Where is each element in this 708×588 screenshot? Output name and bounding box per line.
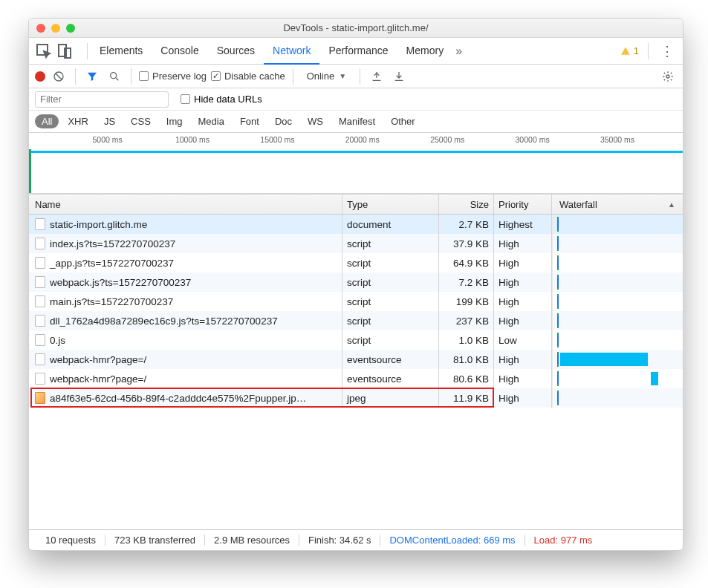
- request-priority: High: [494, 272, 552, 292]
- status-domcontentloaded: DOMContentLoaded: 669 ms: [380, 535, 524, 546]
- divider: [87, 43, 88, 59]
- clear-button[interactable]: [50, 68, 68, 85]
- request-priority: Highest: [494, 215, 552, 234]
- type-js[interactable]: JS: [97, 114, 122, 128]
- type-manifest[interactable]: Manifest: [332, 114, 382, 128]
- filter-toggle-icon[interactable]: [83, 68, 101, 85]
- request-name: index.js?ts=1572270700237: [50, 238, 175, 249]
- table-row[interactable]: static-import.glitch.medocument2.7 KBHig…: [29, 215, 683, 234]
- waterfall-cell: [552, 388, 683, 408]
- file-icon: [35, 218, 45, 230]
- table-row[interactable]: _app.js?ts=1572270700237script64.9 KBHig…: [29, 253, 683, 272]
- timeline-bar: [30, 151, 683, 153]
- throttling-dropdown[interactable]: Online ▼: [301, 71, 352, 82]
- waterfall-cell: [552, 215, 683, 234]
- type-xhr[interactable]: XHR: [61, 114, 94, 128]
- type-font[interactable]: Font: [233, 114, 266, 128]
- waterfall-cell: [552, 330, 683, 350]
- type-img[interactable]: Img: [160, 114, 189, 128]
- file-icon: [35, 315, 45, 327]
- more-tabs-button[interactable]: »: [452, 45, 465, 58]
- table-row[interactable]: webpack-hmr?page=/eventsource80.6 KBHigh: [29, 369, 683, 388]
- table-row[interactable]: 0.jsscript1.0 KBLow: [29, 330, 683, 350]
- devtools-window: DevTools - static-import.glitch.me/ Elem…: [28, 18, 683, 551]
- column-name[interactable]: Name: [29, 195, 342, 214]
- tab-sources[interactable]: Sources: [208, 38, 264, 65]
- type-doc[interactable]: Doc: [268, 114, 299, 128]
- settings-menu-button[interactable]: ⋮: [657, 43, 677, 59]
- file-icon: [35, 334, 45, 346]
- request-size: 237 KB: [439, 311, 494, 330]
- request-size: 37.9 KB: [439, 234, 494, 253]
- filter-bar: Hide data URLs: [29, 88, 683, 111]
- tab-network[interactable]: Network: [264, 38, 319, 65]
- request-type: jpeg: [342, 388, 439, 408]
- requests-table: Name Type Size Priority Waterfall ▲ stat…: [29, 194, 683, 529]
- request-priority: Low: [494, 330, 552, 350]
- request-size: 2.7 KB: [439, 215, 494, 234]
- table-row[interactable]: index.js?ts=1572270700237script37.9 KBHi…: [29, 234, 683, 253]
- request-name: 0.js: [50, 335, 65, 346]
- search-icon[interactable]: [105, 68, 123, 85]
- file-icon: [35, 373, 45, 385]
- request-type: script: [342, 253, 439, 272]
- hide-data-urls-checkbox[interactable]: Hide data URLs: [181, 94, 262, 105]
- request-type: eventsource: [342, 369, 439, 388]
- request-type: script: [342, 272, 439, 292]
- overview-timeline[interactable]: 5000 ms 10000 ms 15000 ms 20000 ms 25000…: [29, 133, 683, 194]
- table-row[interactable]: dll_1762a4d98a7289ec16c9.js?ts=157227070…: [29, 311, 683, 330]
- table-row[interactable]: webpack.js?ts=1572270700237script7.2 KBH…: [29, 272, 683, 292]
- svg-point-5: [666, 75, 669, 78]
- request-type: script: [342, 330, 439, 350]
- minimize-window-button[interactable]: [51, 24, 60, 33]
- request-priority: High: [494, 388, 552, 408]
- close-window-button[interactable]: [36, 24, 45, 33]
- request-priority: High: [494, 311, 552, 330]
- warnings-badge[interactable]: 1: [620, 45, 639, 56]
- request-priority: High: [494, 292, 552, 311]
- request-name: main.js?ts=1572270700237: [50, 296, 173, 307]
- status-resources: 2.9 MB resources: [205, 535, 299, 546]
- table-row[interactable]: webpack-hmr?page=/eventsource81.0 KBHigh: [29, 350, 683, 369]
- import-har-icon[interactable]: [368, 68, 386, 85]
- request-name: webpack.js?ts=1572270700237: [50, 277, 191, 288]
- column-waterfall[interactable]: Waterfall ▲: [552, 195, 683, 214]
- column-type[interactable]: Type: [342, 195, 439, 214]
- table-row[interactable]: main.js?ts=1572270700237script199 KBHigh: [29, 292, 683, 311]
- tab-console[interactable]: Console: [152, 38, 207, 65]
- type-css[interactable]: CSS: [124, 114, 157, 128]
- preserve-log-checkbox[interactable]: Preserve log: [139, 71, 207, 82]
- tab-performance[interactable]: Performance: [319, 38, 397, 65]
- type-ws[interactable]: WS: [301, 114, 330, 128]
- record-button[interactable]: [35, 71, 45, 82]
- type-media[interactable]: Media: [191, 114, 230, 128]
- window-title: DevTools - static-import.glitch.me/: [29, 22, 683, 33]
- request-name: static-import.glitch.me: [50, 219, 147, 230]
- filter-input[interactable]: [35, 91, 169, 108]
- panel-tabbar: Elements Console Sources Network Perform…: [29, 38, 683, 65]
- type-other[interactable]: Other: [384, 114, 422, 128]
- divider: [293, 68, 293, 85]
- status-bar: 10 requests 723 KB transferred 2.9 MB re…: [29, 529, 683, 550]
- column-size[interactable]: Size: [439, 195, 494, 214]
- disable-cache-checkbox[interactable]: Disable cache: [211, 71, 285, 82]
- request-size: 7.2 KB: [439, 272, 494, 292]
- type-all[interactable]: All: [35, 114, 59, 128]
- tab-elements[interactable]: Elements: [91, 38, 152, 65]
- tab-memory[interactable]: Memory: [397, 38, 453, 65]
- export-har-icon[interactable]: [390, 68, 408, 85]
- device-toolbar-icon[interactable]: [56, 42, 74, 60]
- request-type: eventsource: [342, 350, 439, 369]
- inspect-element-icon[interactable]: [35, 42, 53, 60]
- divider: [360, 68, 360, 85]
- file-icon: [35, 353, 45, 365]
- file-icon: [35, 257, 45, 269]
- column-priority[interactable]: Priority: [494, 195, 552, 214]
- request-priority: High: [494, 234, 552, 253]
- waterfall-cell: [552, 292, 683, 311]
- maximize-window-button[interactable]: [66, 24, 75, 33]
- table-row[interactable]: a84f63e5-62cd-456b-89f4-c2adddc4e575%2Fp…: [29, 388, 683, 408]
- image-file-icon: [35, 392, 45, 404]
- file-icon: [35, 295, 45, 307]
- network-settings-icon[interactable]: [659, 68, 677, 85]
